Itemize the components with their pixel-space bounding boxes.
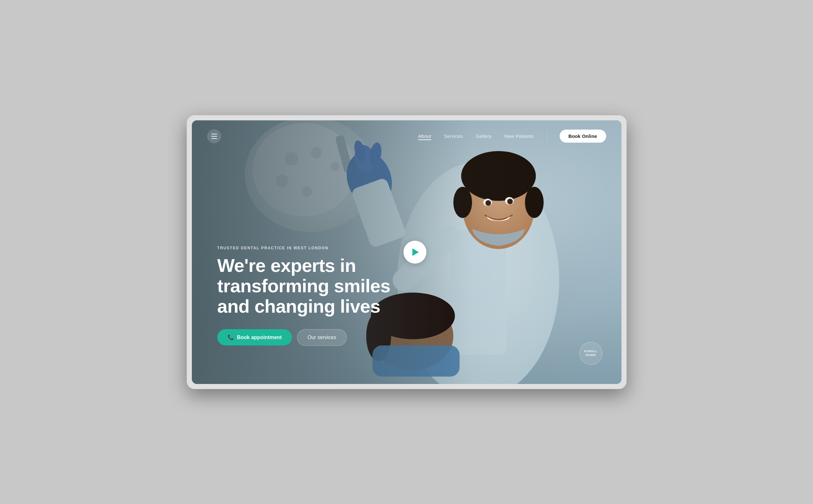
nav-link-services[interactable]: Services: [444, 133, 463, 139]
nav-link-gallery[interactable]: Gallery: [476, 133, 492, 139]
nav-link-new-patients[interactable]: New Patients: [504, 133, 534, 139]
hero-content: TRUSTED DENTAL PRACTICE IN WEST LONDON W…: [218, 246, 390, 345]
phone-icon: 📞: [228, 334, 234, 340]
browser-frame: About Services Gallery New Patients Book…: [187, 115, 627, 389]
play-icon: [412, 248, 419, 256]
nav-item-about[interactable]: About: [418, 133, 431, 139]
hamburger-line: [211, 134, 217, 134]
menu-button[interactable]: [207, 129, 221, 143]
scroll-down-label: SCROLL DOWN: [584, 350, 597, 357]
nav-links: About Services Gallery New Patients: [418, 133, 533, 139]
nav-item-gallery[interactable]: Gallery: [476, 133, 492, 139]
nav-link-about[interactable]: About: [418, 133, 431, 140]
book-appointment-label: Book appointment: [237, 335, 282, 340]
hero-container: About Services Gallery New Patients Book…: [192, 120, 622, 384]
scroll-down-button[interactable]: SCROLL DOWN: [579, 342, 602, 365]
nav-item-new-patients[interactable]: New Patients: [504, 133, 534, 139]
hero-title-line1: We're experts in: [218, 255, 356, 276]
nav-item-services[interactable]: Services: [444, 133, 463, 139]
hero-title-line2: transforming smiles: [218, 275, 390, 296]
hamburger-line: [211, 136, 217, 137]
book-online-button[interactable]: Book Online: [560, 130, 606, 143]
our-services-button[interactable]: Our services: [297, 329, 347, 346]
hero-subtitle: TRUSTED DENTAL PRACTICE IN WEST LONDON: [218, 246, 390, 250]
hamburger-line: [211, 138, 217, 139]
navbar: About Services Gallery New Patients Book…: [192, 120, 622, 152]
book-appointment-button[interactable]: 📞 Book appointment: [218, 329, 292, 345]
nav-divider: [546, 132, 547, 140]
hero-title-line3: and changing lives: [218, 296, 381, 316]
hero-buttons: 📞 Book appointment Our services: [218, 329, 390, 346]
hero-title: We're experts in transforming smiles and…: [218, 255, 390, 316]
play-video-button[interactable]: [403, 241, 426, 264]
